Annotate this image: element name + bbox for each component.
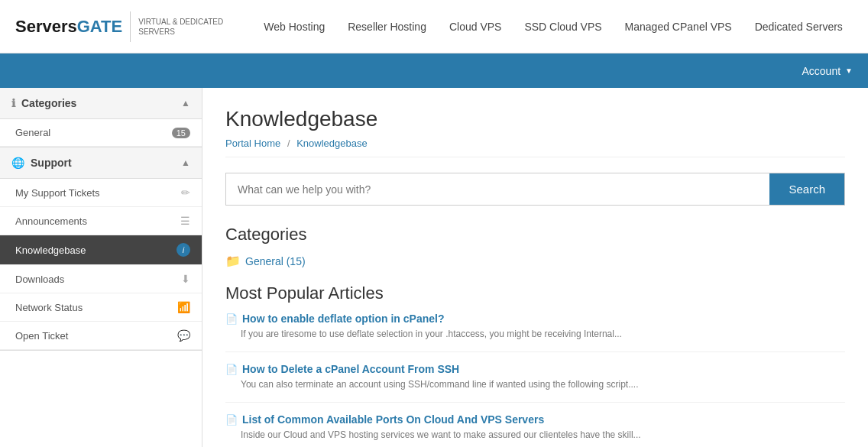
article-item-1: 📄 How to Delete a cPanel Account From SS… <box>225 363 845 403</box>
article-link-2[interactable]: 📄 List of Common Available Ports On Clou… <box>225 413 845 426</box>
support-header-left: 🌐 Support <box>11 157 72 169</box>
category-general-link[interactable]: 📁 General (15) <box>225 254 845 268</box>
downloads-label: Downloads <box>15 274 64 285</box>
general-label: General <box>15 127 50 138</box>
article-link-1[interactable]: 📄 How to Delete a cPanel Account From SS… <box>225 363 845 375</box>
support-chevron-icon: ▲ <box>181 157 190 168</box>
doc-icon-0: 📄 <box>225 313 238 325</box>
open-ticket-label: Open Ticket <box>15 330 68 342</box>
article-desc-2: Inside our Cloud and VPS hosting service… <box>225 428 845 442</box>
logo-area: ServersGATE VIRTUAL & DEDICATEDSERVERS <box>15 11 223 42</box>
logo-text: ServersGATE <box>15 17 122 37</box>
sidebar-item-general[interactable]: General 15 <box>0 119 202 147</box>
article-item-2: 📄 List of Common Available Ports On Clou… <box>225 413 845 447</box>
nav-web-hosting[interactable]: Web Hosting <box>264 21 325 33</box>
article-list: 📄 How to enable deflate option in cPanel… <box>225 313 845 447</box>
announcements-label: Announcements <box>15 215 87 227</box>
categories-header-label: Categories <box>21 97 76 109</box>
article-desc-0: If you are tiresome to use deflate selec… <box>225 327 845 341</box>
general-badge: 15 <box>172 128 190 138</box>
list-icon: ☰ <box>180 215 190 227</box>
search-bar: Search <box>225 173 845 206</box>
support-section: 🌐 Support ▲ My Support Tickets ✏ Announc… <box>0 147 202 351</box>
article-item-0: 📄 How to enable deflate option in cPanel… <box>225 313 845 352</box>
categories-header-left: ℹ Categories <box>11 97 76 109</box>
logo-divider <box>130 11 131 42</box>
article-link-0[interactable]: 📄 How to enable deflate option in cPanel… <box>225 313 845 325</box>
article-title-1: How to Delete a cPanel Account From SSH <box>242 363 459 375</box>
support-tickets-label: My Support Tickets <box>15 187 100 199</box>
main-content: Knowledgebase Portal Home / Knowledgebas… <box>202 88 868 447</box>
account-button[interactable]: Account <box>802 65 853 77</box>
breadcrumb-current[interactable]: Knowledgebase <box>296 138 368 149</box>
doc-icon-2: 📄 <box>225 414 238 426</box>
categories-chevron-icon: ▲ <box>181 98 190 109</box>
article-title-2: List of Common Available Ports On Cloud … <box>242 413 544 426</box>
category-general-label: General (15) <box>245 255 306 267</box>
nav-dedicated-servers[interactable]: Dedicated Servers <box>755 21 843 33</box>
categories-section-title: Categories <box>225 225 845 245</box>
info-circle-icon: i <box>177 243 190 257</box>
main-nav: Web Hosting Reseller Hosting Cloud VPS S… <box>254 21 853 33</box>
page-title: Knowledgebase <box>225 107 845 131</box>
account-bar: Account <box>0 53 868 88</box>
globe-icon: 🌐 <box>11 157 24 169</box>
sidebar: ℹ Categories ▲ General 15 🌐 Support ▲ My… <box>0 88 202 447</box>
article-desc-1: You can also terminate an account using … <box>225 377 845 391</box>
nav-reseller-hosting[interactable]: Reseller Hosting <box>348 21 426 33</box>
knowledgebase-label: Knowledgebase <box>15 245 86 256</box>
sidebar-item-open-ticket[interactable]: Open Ticket 💬 <box>0 322 202 350</box>
sidebar-item-knowledgebase[interactable]: Knowledgebase i <box>0 235 202 265</box>
download-icon: ⬇ <box>181 273 190 285</box>
breadcrumb-separator: / <box>287 138 290 149</box>
sidebar-item-network-status[interactable]: Network Status 📶 <box>0 293 202 322</box>
categories-header[interactable]: ℹ Categories ▲ <box>0 88 202 119</box>
sidebar-item-downloads[interactable]: Downloads ⬇ <box>0 265 202 293</box>
search-input[interactable] <box>226 173 769 205</box>
article-title-0: How to enable deflate option in cPanel? <box>242 313 444 325</box>
folder-icon: 📁 <box>225 254 241 268</box>
nav-ssd-cloud-vps[interactable]: SSD Cloud VPS <box>524 21 601 33</box>
popular-articles-title: Most Popular Articles <box>225 283 845 303</box>
top-navigation: ServersGATE VIRTUAL & DEDICATEDSERVERS W… <box>0 0 868 53</box>
sidebar-item-support-tickets[interactable]: My Support Tickets ✏ <box>0 179 202 207</box>
search-button[interactable]: Search <box>769 173 844 205</box>
logo-subtitle: VIRTUAL & DEDICATEDSERVERS <box>138 17 223 37</box>
network-status-label: Network Status <box>15 302 83 313</box>
doc-icon-1: 📄 <box>225 364 238 375</box>
info-icon-sidebar: ℹ <box>11 97 15 109</box>
main-layout: ℹ Categories ▲ General 15 🌐 Support ▲ My… <box>0 88 868 447</box>
sidebar-item-announcements[interactable]: Announcements ☰ <box>0 207 202 235</box>
nav-managed-cpanel-vps[interactable]: Managed CPanel VPS <box>625 21 732 33</box>
signal-icon: 📶 <box>177 301 190 313</box>
chat-icon: 💬 <box>177 329 190 342</box>
categories-section: ℹ Categories ▲ General 15 <box>0 88 202 147</box>
nav-cloud-vps[interactable]: Cloud VPS <box>449 21 501 33</box>
support-header[interactable]: 🌐 Support ▲ <box>0 147 202 179</box>
breadcrumb-home[interactable]: Portal Home <box>225 138 280 149</box>
support-header-label: Support <box>31 157 72 169</box>
breadcrumb: Portal Home / Knowledgebase <box>225 138 845 157</box>
pencil-icon: ✏ <box>181 186 190 199</box>
